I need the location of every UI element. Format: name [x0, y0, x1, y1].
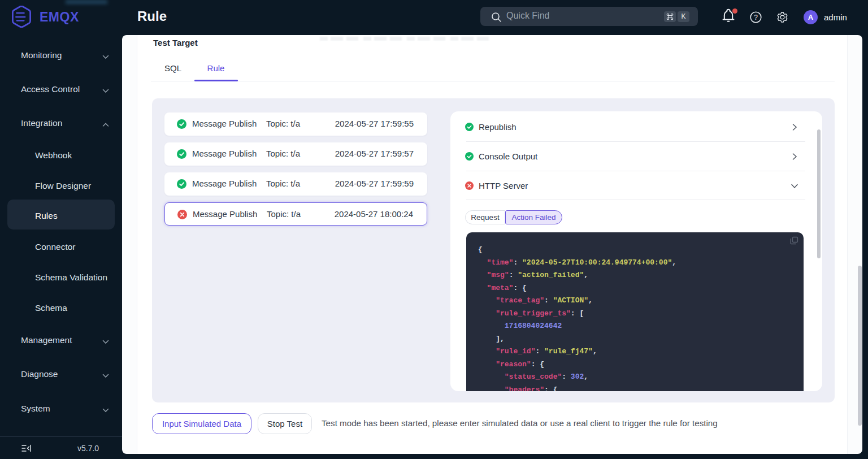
- svg-text:?: ?: [754, 14, 758, 21]
